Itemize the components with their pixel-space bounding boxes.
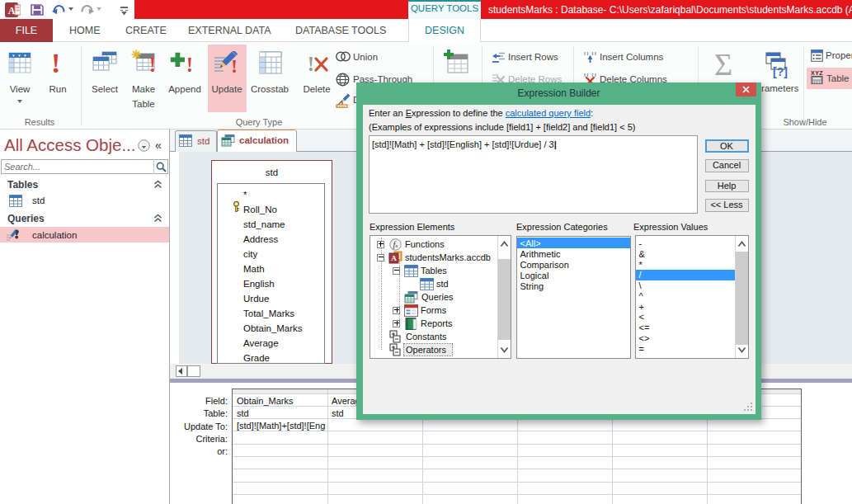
svg-text:[?]: [?]	[773, 65, 788, 78]
svg-text:!: !	[149, 54, 156, 76]
svg-text:A: A	[8, 5, 16, 16]
svg-text:!: !	[308, 53, 314, 75]
svg-text:!: !	[231, 55, 238, 77]
svg-text:A: A	[391, 254, 397, 262]
svg-text:!: !	[186, 54, 193, 76]
svg-text:XYZ: XYZ	[811, 70, 823, 76]
